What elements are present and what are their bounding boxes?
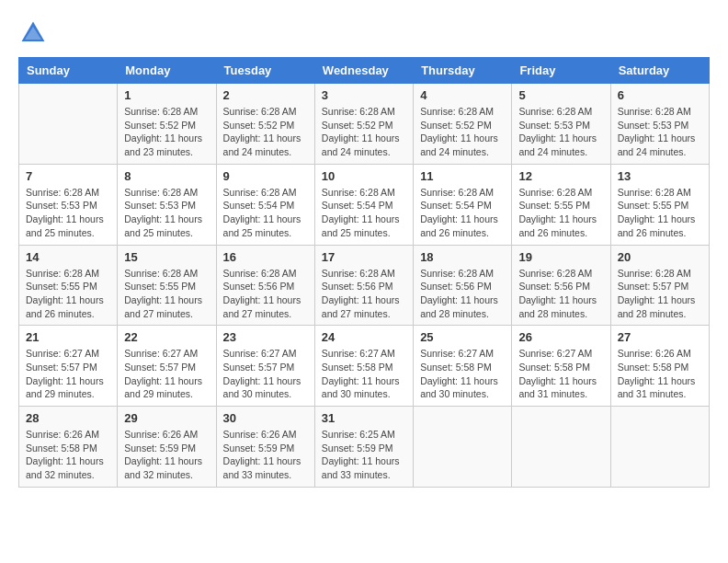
day-number: 23 <box>223 330 308 344</box>
header-cell-sunday: Sunday <box>19 58 118 84</box>
day-number: 14 <box>26 250 110 264</box>
calendar-cell: 13Sunrise: 6:28 AMSunset: 5:55 PMDayligh… <box>610 164 709 245</box>
day-info: Sunrise: 6:26 AMSunset: 5:58 PMDaylight:… <box>618 347 702 401</box>
day-number: 27 <box>618 330 702 344</box>
day-number: 24 <box>322 330 406 344</box>
header-cell-thursday: Thursday <box>414 58 512 84</box>
day-number: 2 <box>223 88 308 102</box>
calendar-cell <box>414 407 512 488</box>
header <box>18 18 710 48</box>
calendar-cell: 20Sunrise: 6:28 AMSunset: 5:57 PMDayligh… <box>610 245 709 326</box>
calendar-cell: 28Sunrise: 6:26 AMSunset: 5:58 PMDayligh… <box>19 407 118 488</box>
calendar-cell: 22Sunrise: 6:27 AMSunset: 5:57 PMDayligh… <box>118 326 216 407</box>
day-info: Sunrise: 6:28 AMSunset: 5:53 PMDaylight:… <box>26 186 110 240</box>
day-number: 16 <box>223 250 308 264</box>
day-number: 28 <box>26 411 110 425</box>
day-info: Sunrise: 6:28 AMSunset: 5:55 PMDaylight:… <box>124 267 209 321</box>
day-number: 18 <box>420 250 505 264</box>
day-info: Sunrise: 6:27 AMSunset: 5:58 PMDaylight:… <box>322 347 406 401</box>
day-number: 10 <box>322 169 406 183</box>
logo <box>18 18 51 48</box>
calendar-week-1: 1Sunrise: 6:28 AMSunset: 5:52 PMDaylight… <box>19 84 710 165</box>
calendar-week-3: 14Sunrise: 6:28 AMSunset: 5:55 PMDayligh… <box>19 245 710 326</box>
day-number: 26 <box>518 330 603 344</box>
day-info: Sunrise: 6:28 AMSunset: 5:53 PMDaylight:… <box>618 105 702 159</box>
calendar-cell: 15Sunrise: 6:28 AMSunset: 5:55 PMDayligh… <box>118 245 216 326</box>
day-info: Sunrise: 6:28 AMSunset: 5:55 PMDaylight:… <box>618 186 702 240</box>
day-number: 6 <box>618 88 702 102</box>
day-info: Sunrise: 6:28 AMSunset: 5:53 PMDaylight:… <box>518 105 603 159</box>
day-number: 12 <box>518 169 603 183</box>
calendar-body: 1Sunrise: 6:28 AMSunset: 5:52 PMDaylight… <box>19 84 710 488</box>
day-info: Sunrise: 6:28 AMSunset: 5:56 PMDaylight:… <box>420 267 505 321</box>
day-number: 29 <box>124 411 209 425</box>
day-info: Sunrise: 6:28 AMSunset: 5:52 PMDaylight:… <box>420 105 505 159</box>
calendar-week-2: 7Sunrise: 6:28 AMSunset: 5:53 PMDaylight… <box>19 164 710 245</box>
day-number: 17 <box>322 250 406 264</box>
day-info: Sunrise: 6:28 AMSunset: 5:53 PMDaylight:… <box>124 186 209 240</box>
calendar-table: SundayMondayTuesdayWednesdayThursdayFrid… <box>18 57 710 488</box>
day-info: Sunrise: 6:28 AMSunset: 5:52 PMDaylight:… <box>223 105 308 159</box>
calendar-cell <box>512 407 610 488</box>
calendar-cell: 7Sunrise: 6:28 AMSunset: 5:53 PMDaylight… <box>19 164 118 245</box>
day-info: Sunrise: 6:25 AMSunset: 5:59 PMDaylight:… <box>322 428 406 482</box>
calendar-cell: 21Sunrise: 6:27 AMSunset: 5:57 PMDayligh… <box>19 326 118 407</box>
day-info: Sunrise: 6:28 AMSunset: 5:56 PMDaylight:… <box>223 267 308 321</box>
day-info: Sunrise: 6:27 AMSunset: 5:57 PMDaylight:… <box>26 347 110 401</box>
calendar-cell: 6Sunrise: 6:28 AMSunset: 5:53 PMDaylight… <box>610 84 709 165</box>
day-info: Sunrise: 6:28 AMSunset: 5:56 PMDaylight:… <box>322 267 406 321</box>
day-info: Sunrise: 6:26 AMSunset: 5:59 PMDaylight:… <box>124 428 209 482</box>
day-info: Sunrise: 6:28 AMSunset: 5:52 PMDaylight:… <box>124 105 209 159</box>
day-info: Sunrise: 6:28 AMSunset: 5:54 PMDaylight:… <box>223 186 308 240</box>
calendar-cell: 31Sunrise: 6:25 AMSunset: 5:59 PMDayligh… <box>314 407 413 488</box>
calendar-cell: 27Sunrise: 6:26 AMSunset: 5:58 PMDayligh… <box>610 326 709 407</box>
day-number: 4 <box>420 88 505 102</box>
day-number: 20 <box>618 250 702 264</box>
day-info: Sunrise: 6:26 AMSunset: 5:58 PMDaylight:… <box>26 428 110 482</box>
day-number: 3 <box>322 88 406 102</box>
day-number: 7 <box>26 169 110 183</box>
day-info: Sunrise: 6:27 AMSunset: 5:57 PMDaylight:… <box>124 347 209 401</box>
calendar-cell: 17Sunrise: 6:28 AMSunset: 5:56 PMDayligh… <box>314 245 413 326</box>
day-number: 19 <box>518 250 603 264</box>
calendar-week-4: 21Sunrise: 6:27 AMSunset: 5:57 PMDayligh… <box>19 326 710 407</box>
day-info: Sunrise: 6:27 AMSunset: 5:58 PMDaylight:… <box>420 347 505 401</box>
day-info: Sunrise: 6:28 AMSunset: 5:56 PMDaylight:… <box>518 267 603 321</box>
calendar-cell: 10Sunrise: 6:28 AMSunset: 5:54 PMDayligh… <box>314 164 413 245</box>
calendar-header: SundayMondayTuesdayWednesdayThursdayFrid… <box>19 58 710 84</box>
day-info: Sunrise: 6:28 AMSunset: 5:55 PMDaylight:… <box>26 267 110 321</box>
calendar-cell: 26Sunrise: 6:27 AMSunset: 5:58 PMDayligh… <box>512 326 610 407</box>
day-info: Sunrise: 6:28 AMSunset: 5:55 PMDaylight:… <box>518 186 603 240</box>
calendar-week-5: 28Sunrise: 6:26 AMSunset: 5:58 PMDayligh… <box>19 407 710 488</box>
calendar-cell: 9Sunrise: 6:28 AMSunset: 5:54 PMDaylight… <box>216 164 314 245</box>
calendar-cell: 29Sunrise: 6:26 AMSunset: 5:59 PMDayligh… <box>118 407 216 488</box>
day-info: Sunrise: 6:27 AMSunset: 5:57 PMDaylight:… <box>223 347 308 401</box>
calendar-cell: 2Sunrise: 6:28 AMSunset: 5:52 PMDaylight… <box>216 84 314 165</box>
day-info: Sunrise: 6:28 AMSunset: 5:54 PMDaylight:… <box>322 186 406 240</box>
header-row: SundayMondayTuesdayWednesdayThursdayFrid… <box>19 58 710 84</box>
day-info: Sunrise: 6:28 AMSunset: 5:52 PMDaylight:… <box>322 105 406 159</box>
calendar-cell: 25Sunrise: 6:27 AMSunset: 5:58 PMDayligh… <box>414 326 512 407</box>
day-number: 30 <box>223 411 308 425</box>
calendar-cell: 14Sunrise: 6:28 AMSunset: 5:55 PMDayligh… <box>19 245 118 326</box>
calendar-cell: 16Sunrise: 6:28 AMSunset: 5:56 PMDayligh… <box>216 245 314 326</box>
day-number: 22 <box>124 330 209 344</box>
day-number: 9 <box>223 169 308 183</box>
day-number: 8 <box>124 169 209 183</box>
header-cell-wednesday: Wednesday <box>314 58 413 84</box>
calendar-cell: 12Sunrise: 6:28 AMSunset: 5:55 PMDayligh… <box>512 164 610 245</box>
day-number: 5 <box>518 88 603 102</box>
calendar-cell: 8Sunrise: 6:28 AMSunset: 5:53 PMDaylight… <box>118 164 216 245</box>
day-info: Sunrise: 6:27 AMSunset: 5:58 PMDaylight:… <box>518 347 603 401</box>
calendar-cell: 19Sunrise: 6:28 AMSunset: 5:56 PMDayligh… <box>512 245 610 326</box>
logo-icon <box>18 18 48 48</box>
day-number: 25 <box>420 330 505 344</box>
day-number: 11 <box>420 169 505 183</box>
day-number: 1 <box>124 88 209 102</box>
calendar-cell <box>19 84 118 165</box>
calendar-cell: 3Sunrise: 6:28 AMSunset: 5:52 PMDaylight… <box>314 84 413 165</box>
calendar-cell: 23Sunrise: 6:27 AMSunset: 5:57 PMDayligh… <box>216 326 314 407</box>
calendar-cell <box>610 407 709 488</box>
calendar-cell: 24Sunrise: 6:27 AMSunset: 5:58 PMDayligh… <box>314 326 413 407</box>
calendar-cell: 1Sunrise: 6:28 AMSunset: 5:52 PMDaylight… <box>118 84 216 165</box>
